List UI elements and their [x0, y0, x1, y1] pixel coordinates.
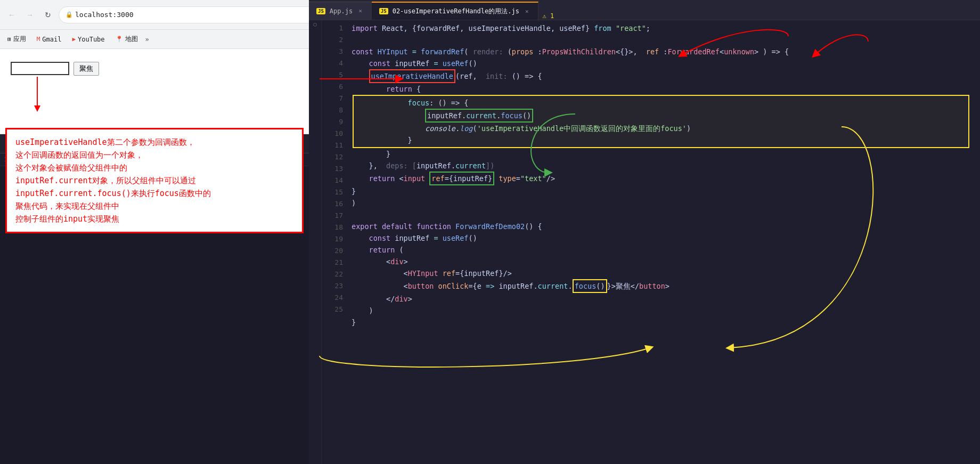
gmail-label: Gmail [42, 36, 61, 43]
line-numbers: 1 2 3 4 5 6 7 8 9 10 11 12 13 14 15 16 1… [322, 20, 347, 464]
youtube-label: YouTube [78, 36, 105, 43]
code-line-15: ) [352, 197, 980, 209]
code-line-13: return <input ref={inputRef} type="text"… [352, 172, 980, 185]
bookmark-maps[interactable]: 📍 地图 [112, 34, 141, 45]
red-arrow-from-input [32, 77, 59, 119]
back-button[interactable]: ← [4, 7, 19, 22]
code-line-18: const inputRef = useRef() [352, 232, 980, 244]
code-line-4: const inputRef = useRef() [352, 58, 980, 69]
bookmark-apps[interactable]: ⊞ 应用 [4, 34, 29, 45]
activity-bar: ⬡ [309, 20, 322, 464]
url-text: localhost:3000 [75, 11, 134, 19]
bookmark-gmail[interactable]: M Gmail [34, 35, 65, 44]
yellow-highlight-block: focus: () => { inputRef.current.focus() … [353, 95, 969, 148]
reload-button[interactable]: ↻ [40, 7, 55, 22]
code-line-22: <button onClick={e => inputRef.current.f… [352, 279, 980, 293]
code-line-10: } [356, 134, 966, 146]
apps-icon: ⊞ [7, 36, 11, 43]
code-content: import React, {forwardRef, useImperative… [347, 20, 980, 464]
code-line-17: export default function ForwardRefDemo02… [352, 221, 980, 232]
breakpoint-icon: ⬡ [313, 22, 317, 27]
bookmark-youtube[interactable]: ▶ YouTube [69, 35, 108, 44]
code-line-5: useImperativeHandle(ref, init: () => { [352, 69, 980, 83]
code-line-3: const HYInput = forwardRef( render: (pro… [352, 46, 980, 58]
code-line-14: } [352, 185, 980, 197]
tab-close-2[interactable]: × [524, 7, 530, 15]
code-line-20: <div> [352, 256, 980, 267]
warning-indicator: ⚠ 1 [538, 12, 559, 20]
code-line-16 [352, 209, 980, 221]
focus-highlight-22: focus() [573, 279, 607, 293]
code-line-21: <HYInput ref={inputRef}/> [352, 267, 980, 279]
code-line-11: } [352, 148, 980, 160]
maps-label: 地图 [125, 35, 138, 44]
editor-area: JS App.js × JS 02-useImperativeRefHandle… [309, 0, 980, 464]
browser-page: 聚焦 [0, 49, 309, 134]
apps-label: 应用 [13, 35, 26, 44]
gmail-icon: M [37, 36, 40, 43]
code-line-25: } [352, 316, 980, 328]
annotation-text: useImperativeHandle第二个参数为回调函数， 这个回调函数的返回… [15, 137, 211, 224]
code-line-19: return ( [352, 244, 980, 256]
code-line-1: import React, {forwardRef, useImperative… [352, 22, 980, 34]
tab-useimperativehandle[interactable]: JS 02-useImperativeRefHandle的用法.js × [372, 2, 538, 20]
code-line-24: ) [352, 305, 980, 316]
useimperativehandle-highlight: useImperativeHandle [369, 69, 455, 83]
tab-label-1: App.js [330, 7, 353, 15]
tab-app-js[interactable]: JS App.js × [309, 2, 372, 20]
tab-label-2: 02-useImperativeRefHandle的用法.js [393, 7, 519, 16]
js-icon-1: JS [316, 8, 325, 14]
code-line-8: inputRef.current.focus() [356, 109, 966, 123]
code-line-23: </div> [352, 293, 980, 305]
youtube-icon: ▶ [72, 36, 76, 43]
code-line-12: }, deps: [inputRef.current]) [352, 160, 980, 172]
more-bookmarks[interactable]: » [145, 36, 149, 43]
ref-inputref-highlight: ref={inputRef} [429, 172, 494, 185]
forward-button[interactable]: → [22, 7, 37, 22]
code-line-7: focus: () => { [356, 97, 966, 109]
code-line-6: return { [352, 83, 980, 95]
editor-body: ⬡ 1 2 3 4 5 6 7 8 9 10 11 12 13 14 15 16… [309, 20, 980, 464]
annotation-box: useImperativeHandle第二个参数为回调函数， 这个回调函数的返回… [5, 128, 304, 233]
code-line-9: console.log('useImperativeHandle中回调函数返回的… [356, 123, 966, 134]
focus-button[interactable]: 聚焦 [74, 62, 99, 76]
maps-icon: 📍 [116, 36, 123, 43]
focus-input[interactable] [11, 62, 69, 75]
inputref-highlight: inputRef.current.focus() [425, 109, 533, 123]
js-icon-2: JS [379, 8, 388, 14]
editor-tabs: JS App.js × JS 02-useImperativeRefHandle… [309, 0, 980, 20]
code-line-2 [352, 34, 980, 46]
tab-close-1[interactable]: × [357, 7, 364, 15]
